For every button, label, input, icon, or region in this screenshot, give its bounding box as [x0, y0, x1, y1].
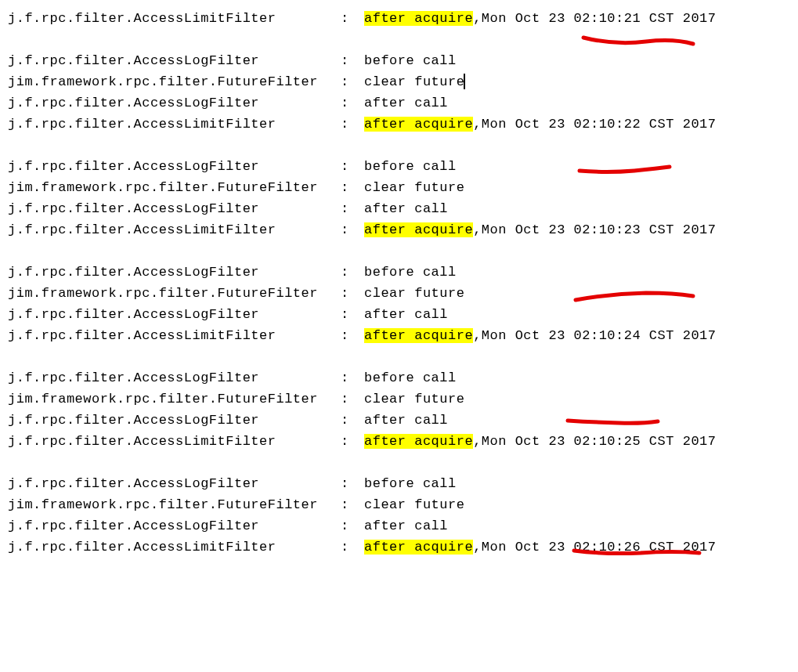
- date-suffix: CST 2017: [641, 11, 716, 26]
- log-line: j.f.rpc.filter.AccessLogFilter : before …: [8, 156, 790, 177]
- log-message: after acquire,Mon Oct 23 02:10:26 CST 20…: [364, 537, 717, 558]
- date-prefix: Mon Oct 23: [482, 540, 574, 555]
- separator: :: [341, 388, 364, 410]
- log-line: j.f.rpc.filter.AccessLogFilter : before …: [8, 50, 790, 71]
- log-message: before call: [364, 156, 457, 177]
- log-message: after acquire,Mon Oct 23 02:10:24 CST 20…: [364, 325, 717, 346]
- logger-name: j.f.rpc.filter.AccessLimitFilter: [8, 8, 341, 29]
- logger-name: jim.framework.rpc.filter.FutureFilter: [8, 283, 341, 304]
- timestamp: 02:10:22: [574, 117, 641, 132]
- log-line: j.f.rpc.filter.AccessLimitFilter : after…: [8, 114, 790, 135]
- logger-name: j.f.rpc.filter.AccessLogFilter: [8, 367, 341, 388]
- timestamp: 02:10:24: [574, 328, 641, 343]
- logger-name: j.f.rpc.filter.AccessLogFilter: [8, 304, 341, 325]
- log-line: j.f.rpc.filter.AccessLogFilter : after c…: [8, 515, 790, 537]
- separator: :: [341, 431, 364, 452]
- log-line: jim.framework.rpc.filter.FutureFilter : …: [8, 71, 790, 92]
- logger-name: j.f.rpc.filter.AccessLimitFilter: [8, 114, 341, 135]
- separator: :: [341, 71, 364, 92]
- log-message: after acquire,Mon Oct 23 02:10:25 CST 20…: [364, 431, 717, 452]
- separator: :: [341, 198, 364, 219]
- separator: :: [341, 325, 364, 346]
- highlighted-text: after acquire: [364, 117, 473, 132]
- log-line: j.f.rpc.filter.AccessLimitFilter : after…: [8, 537, 790, 558]
- date-prefix: Mon Oct 23: [482, 117, 574, 132]
- log-line: jim.framework.rpc.filter.FutureFilter : …: [8, 388, 790, 410]
- separator: :: [341, 50, 364, 71]
- date-prefix: Mon Oct 23: [482, 434, 574, 449]
- log-message: before call: [364, 473, 457, 494]
- log-message: after acquire,Mon Oct 23 02:10:22 CST 20…: [364, 114, 717, 135]
- date-prefix: Mon Oct 23: [482, 222, 574, 237]
- log-line: j.f.rpc.filter.AccessLimitFilter : after…: [8, 325, 790, 346]
- log-message: after acquire,Mon Oct 23 02:10:21 CST 20…: [364, 8, 717, 29]
- date-prefix: Mon Oct 23: [482, 328, 574, 343]
- separator: :: [341, 8, 364, 29]
- logger-name: j.f.rpc.filter.AccessLimitFilter: [8, 219, 341, 240]
- separator: :: [341, 219, 364, 240]
- log-message: after call: [364, 198, 448, 219]
- highlighted-text: after acquire: [364, 11, 473, 26]
- log-line: j.f.rpc.filter.AccessLimitFilter : after…: [8, 219, 790, 240]
- separator: :: [341, 473, 364, 494]
- separator: :: [341, 304, 364, 325]
- log-line: jim.framework.rpc.filter.FutureFilter : …: [8, 494, 790, 515]
- logger-name: j.f.rpc.filter.AccessLogFilter: [8, 50, 341, 71]
- log-message: after acquire,Mon Oct 23 02:10:23 CST 20…: [364, 219, 717, 240]
- log-message: before call: [364, 367, 457, 388]
- text-cursor: [464, 74, 465, 89]
- separator: :: [341, 537, 364, 558]
- log-line: jim.framework.rpc.filter.FutureFilter : …: [8, 283, 790, 304]
- separator: :: [341, 410, 364, 431]
- logger-name: j.f.rpc.filter.AccessLogFilter: [8, 515, 341, 537]
- timestamp: 02:10:25: [574, 434, 641, 449]
- log-line: j.f.rpc.filter.AccessLogFilter : after c…: [8, 410, 790, 431]
- log-line: j.f.rpc.filter.AccessLogFilter : before …: [8, 367, 790, 388]
- logger-name: j.f.rpc.filter.AccessLogFilter: [8, 262, 341, 283]
- log-line: j.f.rpc.filter.AccessLogFilter : after c…: [8, 198, 790, 219]
- timestamp: 02:10:23: [574, 222, 641, 237]
- separator: :: [341, 92, 364, 114]
- date-suffix: CST 2017: [641, 222, 716, 237]
- logger-name: jim.framework.rpc.filter.FutureFilter: [8, 388, 341, 410]
- date-suffix: CST 2017: [641, 540, 716, 555]
- log-message: clear future: [364, 283, 464, 304]
- log-message: clear future: [364, 177, 464, 198]
- separator: :: [341, 114, 364, 135]
- log-line: j.f.rpc.filter.AccessLogFilter : before …: [8, 262, 790, 283]
- log-line: j.f.rpc.filter.AccessLogFilter : after c…: [8, 92, 790, 114]
- separator: :: [341, 177, 364, 198]
- date-suffix: CST 2017: [641, 117, 716, 132]
- log-message: after call: [364, 515, 448, 537]
- separator: :: [341, 494, 364, 515]
- log-line: j.f.rpc.filter.AccessLogFilter : before …: [8, 473, 790, 494]
- logger-name: j.f.rpc.filter.AccessLimitFilter: [8, 537, 341, 558]
- logger-name: j.f.rpc.filter.AccessLogFilter: [8, 92, 341, 114]
- logger-name: jim.framework.rpc.filter.FutureFilter: [8, 71, 341, 92]
- highlighted-text: after acquire: [364, 328, 473, 343]
- logger-name: jim.framework.rpc.filter.FutureFilter: [8, 177, 341, 198]
- separator: :: [341, 283, 364, 304]
- highlighted-text: after acquire: [364, 434, 473, 449]
- logger-name: j.f.rpc.filter.AccessLimitFilter: [8, 325, 341, 346]
- logger-name: j.f.rpc.filter.AccessLogFilter: [8, 198, 341, 219]
- logger-name: jim.framework.rpc.filter.FutureFilter: [8, 494, 341, 515]
- date-suffix: CST 2017: [641, 434, 716, 449]
- highlighted-text: after acquire: [364, 222, 473, 237]
- separator: :: [341, 515, 364, 537]
- timestamp: 02:10:26: [574, 540, 641, 555]
- log-line: j.f.rpc.filter.AccessLimitFilter : after…: [8, 8, 790, 29]
- highlighted-text: after acquire: [364, 540, 473, 555]
- logger-name: j.f.rpc.filter.AccessLogFilter: [8, 473, 341, 494]
- separator: :: [341, 367, 364, 388]
- log-message: after call: [364, 304, 448, 325]
- log-message: clear future: [364, 494, 464, 515]
- logger-name: j.f.rpc.filter.AccessLimitFilter: [8, 431, 341, 452]
- separator: :: [341, 262, 364, 283]
- logger-name: j.f.rpc.filter.AccessLogFilter: [8, 410, 341, 431]
- log-line: j.f.rpc.filter.AccessLogFilter : after c…: [8, 304, 790, 325]
- log-line: jim.framework.rpc.filter.FutureFilter : …: [8, 177, 790, 198]
- separator: :: [341, 156, 364, 177]
- log-message: clear future: [364, 388, 464, 410]
- logger-name: j.f.rpc.filter.AccessLogFilter: [8, 156, 341, 177]
